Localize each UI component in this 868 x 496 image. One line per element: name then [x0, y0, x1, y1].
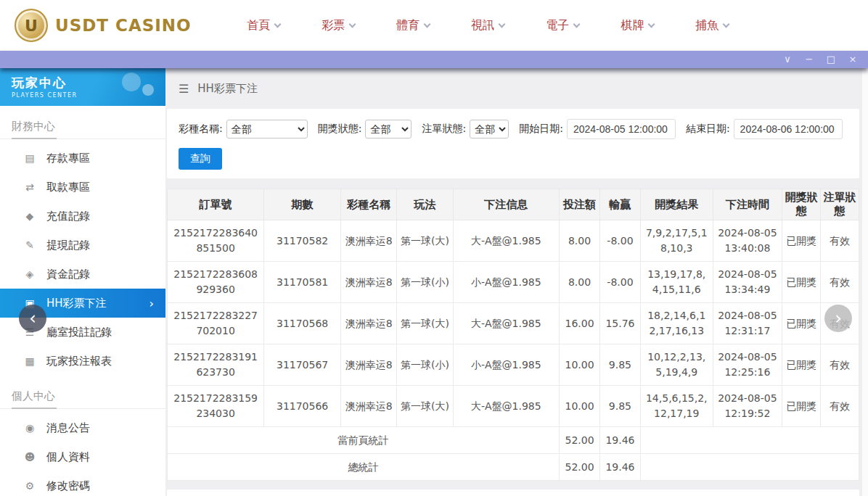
nav-item-slots[interactable]: 電子 — [525, 18, 600, 33]
scrollbar[interactable] — [862, 68, 868, 496]
cell-bet-info: 大-A盤@1.985 — [453, 386, 559, 427]
withdraw-icon: ⇄ — [24, 181, 36, 193]
chevron-down-icon — [723, 20, 730, 28]
nav-item-fishing[interactable]: 捕魚 — [675, 18, 750, 33]
nav-item-live[interactable]: 視訊 — [451, 18, 525, 33]
cell-order-status: 有效 — [821, 386, 859, 427]
window-close-button[interactable]: × — [842, 51, 864, 68]
cell-order-status: 有效 — [821, 220, 859, 262]
nav-item-label: 彩票 — [322, 18, 345, 33]
end-date-label: 結束日期: — [686, 123, 730, 136]
cell-bet-time: 2024-08-05 12:19:52 — [713, 386, 782, 427]
sidebar-item-label: 資金記錄 — [46, 268, 90, 281]
sidebar: 玩家中心 PLAYERS CENTER 財務中心 ▤ 存款專區 ⇄ 取款專區 ◆… — [0, 68, 165, 496]
chevron-down-icon — [499, 20, 506, 28]
content-area: 玩家中心 PLAYERS CENTER 財務中心 ▤ 存款專區 ⇄ 取款專區 ◆… — [0, 68, 868, 496]
cell-play: 第一球(大) — [397, 303, 453, 344]
cell-bet-info: 小-A盤@1.985 — [453, 344, 559, 386]
end-date-input[interactable] — [734, 119, 843, 139]
table-row: 2152172283608929360 31170581 澳洲幸运8 第一球(小… — [168, 262, 859, 303]
cell-order-no: 2152172283227702010 — [168, 303, 264, 344]
cell-bet-time: 2024-08-05 12:25:16 — [713, 344, 782, 386]
order-status-select[interactable]: 全部 — [470, 120, 509, 139]
table-header-row: 訂單號 期數 彩種名稱 玩法 下注信息 投注額 輸贏 開獎結果 下注時間 開獎狀… — [168, 189, 859, 220]
table-row: 2152172283640851500 31170582 澳洲幸运8 第一球(大… — [168, 220, 859, 262]
section-title-finance: 財務中心 — [0, 106, 165, 139]
collapse-sidebar-button[interactable]: ‹ — [19, 305, 46, 332]
col-order-status: 注單狀態 — [821, 189, 859, 220]
window-minimize-button[interactable]: − — [798, 51, 820, 68]
cell-draw-result: 18,2,14,6,12,17,16,13 — [640, 303, 713, 344]
sidebar-item-deposit[interactable]: ▤ 存款專區 — [0, 144, 165, 173]
section-title-personal: 個人中心 — [0, 376, 165, 409]
announcements-icon: ◉ — [24, 422, 36, 434]
draw-status-label: 開獎狀態: — [318, 123, 362, 136]
total-summary-winloss: 19.46 — [599, 454, 640, 481]
cell-play: 第一球(小) — [397, 262, 453, 303]
nav-item-sports[interactable]: 體育 — [376, 18, 451, 33]
sidebar-item-label: 取款專區 — [46, 181, 90, 194]
brand-name: USDT CASINO — [55, 16, 192, 35]
chevron-right-icon: › — [150, 297, 154, 310]
nav-item-home[interactable]: 首頁 — [226, 18, 301, 33]
start-date-input[interactable] — [567, 119, 676, 139]
cell-order-status: 有效 — [821, 262, 859, 303]
sidebar-item-label: 存款專區 — [46, 152, 90, 165]
sidebar-item-announcements[interactable]: ◉ 消息公告 — [0, 413, 165, 442]
profile-icon: ☻ — [24, 451, 36, 463]
cell-draw-result: 7,9,2,17,5,18,10,3 — [640, 220, 713, 262]
sidebar-item-withdraw[interactable]: ⇄ 取款專區 — [0, 173, 165, 202]
change-password-icon: ⚙ — [24, 480, 36, 492]
order-status-label: 注單狀態: — [422, 123, 466, 136]
query-button[interactable]: 查詢 — [179, 148, 222, 170]
page-summary-label: 當前頁統計 — [168, 427, 560, 454]
sidebar-item-change-password[interactable]: ⚙ 修改密碼 — [0, 471, 165, 496]
hamburger-menu-icon[interactable]: ☰ — [179, 82, 189, 96]
cell-lottery-name: 澳洲幸运8 — [341, 303, 397, 344]
sidebar-item-withdrawal-records[interactable]: ✎ 提現記錄 — [0, 231, 165, 260]
cell-bet-amount: 8.00 — [560, 262, 600, 303]
nav-item-cards[interactable]: 棋牌 — [600, 18, 675, 33]
start-date-label: 開始日期: — [519, 123, 563, 136]
chevron-right-icon: › — [835, 308, 842, 328]
col-bet-amount: 投注額 — [560, 189, 600, 220]
bet-table-body: 2152172283640851500 31170582 澳洲幸运8 第一球(大… — [168, 220, 859, 427]
cell-draw-status: 已開獎 — [782, 262, 821, 303]
page-summary-empty — [640, 427, 859, 454]
bet-records-table: 訂單號 期數 彩種名稱 玩法 下注信息 投注額 輸贏 開獎結果 下注時間 開獎狀… — [167, 189, 859, 481]
col-winloss: 輸贏 — [599, 189, 640, 220]
sidebar-item-player-bet-report[interactable]: ▦ 玩家投注報表 — [0, 347, 165, 376]
col-order-no: 訂單號 — [168, 189, 264, 220]
player-report-icon: ▦ — [24, 355, 36, 367]
cell-period: 31170567 — [264, 344, 341, 386]
cell-period: 31170581 — [264, 262, 341, 303]
window-chevron-button[interactable]: ∨ — [777, 51, 798, 68]
nav-item-label: 體育 — [396, 18, 419, 33]
col-draw-result: 開獎結果 — [640, 189, 713, 220]
chevron-left-icon: ‹ — [29, 308, 36, 328]
col-draw-status: 開獎狀態 — [782, 189, 821, 220]
col-bet-time: 下注時間 — [713, 189, 782, 220]
decorative-ball-icon — [142, 84, 154, 96]
sidebar-item-fund-records[interactable]: ◈ 資金記錄 — [0, 260, 165, 289]
sidebar-item-recharge-records[interactable]: ◆ 充值記錄 — [0, 202, 165, 231]
sidebar-item-profile[interactable]: ☻ 個人資料 — [0, 442, 165, 471]
window-maximize-button[interactable]: □ — [820, 51, 842, 68]
cell-bet-time: 2024-08-05 12:31:17 — [713, 303, 782, 344]
cell-lottery-name: 澳洲幸运8 — [341, 262, 397, 303]
brand-logo[interactable]: U USDT CASINO — [15, 9, 192, 42]
page-title: HH彩票下注 — [197, 82, 258, 96]
table-row: 2152172283191623730 31170567 澳洲幸运8 第一球(小… — [168, 344, 859, 386]
withdrawal-records-icon: ✎ — [24, 239, 36, 251]
sidebar-item-label: 個人資料 — [46, 450, 90, 464]
deposit-icon: ▤ — [24, 152, 36, 164]
draw-status-select[interactable]: 全部 — [365, 120, 412, 139]
cell-lottery-name: 澳洲幸运8 — [341, 344, 397, 386]
next-button[interactable]: › — [824, 305, 852, 332]
sidebar-item-label: 玩家投注報表 — [46, 355, 112, 368]
table-row: 2152172283159234030 31170566 澳洲幸运8 第一球(大… — [168, 386, 859, 427]
total-summary-row: 總統計 52.00 19.46 — [168, 454, 859, 481]
lottery-type-select[interactable]: 全部 — [226, 120, 308, 139]
cell-bet-amount: 10.00 — [560, 344, 600, 386]
nav-item-lottery[interactable]: 彩票 — [301, 18, 376, 33]
